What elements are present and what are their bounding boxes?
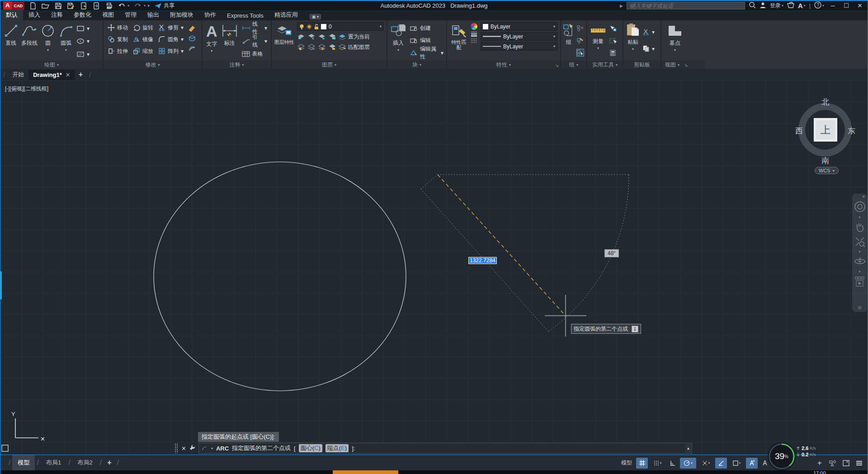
login-label[interactable]: 登录 bbox=[770, 2, 781, 9]
tab-featured-apps[interactable]: 精选应用 bbox=[269, 9, 303, 20]
trim-button[interactable]: 修剪▾ bbox=[158, 23, 184, 32]
viewcube-top-face[interactable]: 上 bbox=[814, 118, 837, 142]
match-properties-button[interactable]: 特性匹配 bbox=[450, 22, 468, 51]
panel-title-clipboard[interactable]: 剪贴板 bbox=[623, 61, 660, 69]
rectangle-button[interactable]: ▾ bbox=[76, 24, 90, 33]
viewcube-east[interactable]: 东 bbox=[848, 126, 855, 136]
panel-title-modify[interactable]: 修改▾ bbox=[104, 61, 202, 69]
command-input[interactable]: ▾ ARC 指定圆弧的第二个点或 [ 圆心(C) 端点(E) ]: ▲ bbox=[198, 443, 692, 454]
viewcube-north[interactable]: 北 bbox=[821, 97, 829, 107]
quick-select-icon[interactable] bbox=[609, 24, 617, 32]
layout2-tab[interactable]: 布局2 bbox=[72, 455, 98, 470]
paste-button[interactable]: 粘贴▾ bbox=[626, 20, 640, 61]
tab-parametric[interactable]: 参数化 bbox=[68, 9, 97, 20]
circle-entity[interactable] bbox=[154, 162, 406, 391]
quick-calc-icon[interactable] bbox=[609, 49, 617, 57]
maximize-button[interactable]: ☐ bbox=[841, 2, 851, 9]
edit-group-icon[interactable] bbox=[576, 37, 584, 44]
wcs-menu[interactable]: WCS▾ bbox=[815, 167, 839, 174]
scale-button[interactable]: 缩放 bbox=[132, 47, 153, 56]
viewcube-west[interactable]: 西 bbox=[795, 126, 803, 136]
layer-properties-button[interactable]: 图层特性 bbox=[274, 22, 294, 52]
help-dropdown-icon[interactable]: ▾ bbox=[822, 4, 824, 8]
undo-dropdown-icon[interactable]: ▾ bbox=[127, 4, 129, 8]
navigation-bar[interactable]: ✕ ▾ ▾ ▾ ⊖ bbox=[852, 194, 867, 312]
layer-freeze-icon[interactable] bbox=[318, 33, 326, 41]
workspace-plus-button[interactable]: + bbox=[814, 458, 826, 469]
tab-insert[interactable]: 插入 bbox=[23, 9, 46, 20]
linear-dim-button[interactable]: 线性▾ bbox=[242, 24, 267, 33]
table-button[interactable]: 表格 bbox=[242, 50, 267, 59]
app-store-icon[interactable] bbox=[787, 2, 794, 10]
stretch-button[interactable]: 拉伸 bbox=[107, 47, 128, 56]
viewcube-south[interactable]: 南 bbox=[821, 156, 829, 166]
file-tab-start[interactable]: 开始 bbox=[8, 69, 28, 81]
new-file-icon[interactable] bbox=[29, 2, 37, 10]
tab-default[interactable]: 默认 bbox=[0, 9, 23, 20]
erase-icon[interactable] bbox=[188, 24, 196, 32]
quick-clean-icon[interactable] bbox=[609, 37, 617, 44]
hatch-button[interactable]: ▾ bbox=[76, 50, 90, 59]
tab-view[interactable]: 视图 bbox=[97, 9, 119, 20]
osnap-toggle[interactable]: ▾ bbox=[698, 458, 714, 469]
new-layout-button[interactable]: + bbox=[104, 459, 115, 467]
viewport-controls[interactable]: [-][俯视][二维线框] bbox=[5, 85, 48, 93]
autodesk-a-icon[interactable]: A bbox=[798, 2, 803, 9]
customize-button[interactable] bbox=[853, 458, 865, 469]
base-view-button[interactable]: 基点▾ bbox=[666, 20, 684, 61]
panel-title-view[interactable]: 视图▾↘ bbox=[661, 61, 705, 69]
array-button[interactable]: 阵列▾ bbox=[158, 47, 184, 56]
help-icon[interactable]: ? bbox=[814, 1, 821, 10]
orbit-icon[interactable] bbox=[854, 254, 866, 269]
save-icon[interactable] bbox=[54, 2, 62, 10]
polyline-button[interactable]: 多段线 bbox=[21, 20, 38, 61]
network-monitor-overlay[interactable]: 39% bbox=[768, 442, 796, 470]
line-button[interactable]: 直线 bbox=[3, 20, 19, 61]
model-space-label[interactable]: 模型 bbox=[621, 459, 632, 467]
properties-launcher-icon[interactable]: ↘ bbox=[555, 63, 559, 68]
dynamic-input-toggle[interactable] bbox=[715, 458, 727, 469]
circle-button[interactable]: 圆▾ bbox=[40, 20, 56, 61]
zoom-dropdown-icon[interactable]: ▾ bbox=[859, 249, 860, 254]
zoom-icon[interactable] bbox=[854, 234, 865, 249]
move-button[interactable]: 移动 bbox=[107, 23, 128, 32]
command-wrench-icon[interactable] bbox=[189, 444, 196, 452]
annotation-visibility-toggle[interactable] bbox=[746, 458, 758, 469]
panel-title-annotation[interactable]: 注释▾ bbox=[203, 61, 271, 69]
layer-lock-icon[interactable] bbox=[328, 33, 336, 41]
tab-express-tools[interactable]: Express Tools bbox=[222, 11, 269, 20]
command-bar-grip[interactable] bbox=[175, 443, 179, 453]
qat-customize-icon[interactable]: ▾ bbox=[147, 3, 150, 8]
measure-button[interactable]: 测量▾ bbox=[590, 20, 606, 61]
layer-walk-icon[interactable] bbox=[307, 43, 315, 51]
panel-title-groups[interactable]: 组▾ bbox=[561, 61, 586, 69]
layer-unlock-all-icon[interactable] bbox=[328, 43, 336, 51]
panel-title-block[interactable]: 块▾ bbox=[387, 61, 446, 69]
navigation-wheel-icon[interactable] bbox=[854, 199, 866, 214]
layer-select[interactable]: 0 ▾ bbox=[297, 22, 384, 31]
option-endpoint-chip[interactable]: 端点(E) bbox=[326, 444, 349, 452]
new-drawing-tab-button[interactable]: + bbox=[75, 71, 86, 79]
tab-collaborate[interactable]: 协作 bbox=[199, 9, 222, 20]
explode-icon[interactable] bbox=[188, 34, 196, 42]
group-select-toggle[interactable] bbox=[576, 49, 584, 57]
layer-isolate-icon[interactable] bbox=[307, 33, 315, 41]
search-icon[interactable] bbox=[749, 1, 756, 10]
lineweight-select[interactable]: ByLayer▾ bbox=[481, 32, 557, 41]
wheel-dropdown-icon[interactable]: ▾ bbox=[859, 214, 860, 220]
mirror-button[interactable]: 镜像 bbox=[132, 35, 153, 44]
ellipse-button[interactable]: ▾ bbox=[76, 37, 90, 46]
grid-toggle[interactable] bbox=[636, 458, 648, 469]
command-close-icon[interactable]: ✕ bbox=[181, 445, 186, 452]
login-dropdown-icon[interactable]: ▾ bbox=[782, 4, 783, 8]
object-color-select[interactable]: ByLayer▾ bbox=[481, 22, 557, 31]
ungroup-icon[interactable] bbox=[576, 24, 584, 32]
recent-commands-icon[interactable]: ▾ bbox=[211, 446, 213, 450]
layer-on-all-icon[interactable] bbox=[297, 43, 305, 51]
command-expand-icon[interactable]: ▲ bbox=[685, 444, 691, 453]
share-button[interactable]: 共享 bbox=[154, 2, 175, 9]
panel-title-utilities[interactable]: 实用工具▾ bbox=[587, 61, 623, 69]
rotate-button[interactable]: 旋转 bbox=[132, 23, 153, 32]
autodesk-dropdown-icon[interactable]: ▾ bbox=[804, 4, 806, 8]
navbar-customize-icon[interactable]: ⊖ bbox=[858, 305, 862, 312]
